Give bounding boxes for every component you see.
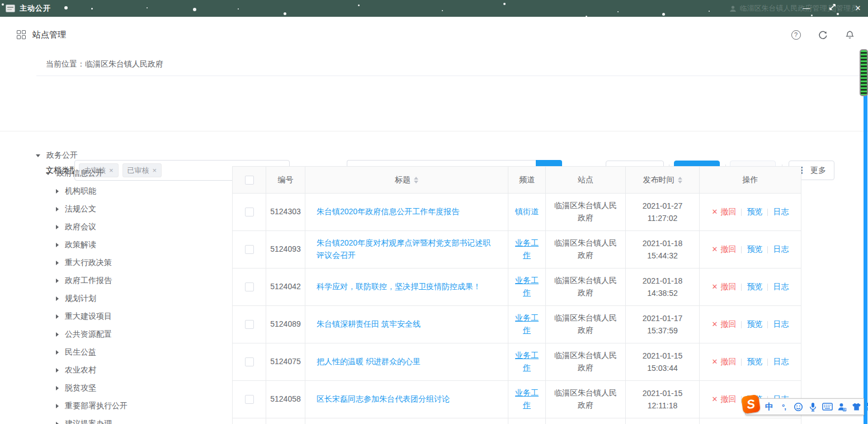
doc-title-link[interactable]: 科学应对，联防联控，坚决捍卫疫情防控成果！ xyxy=(317,281,481,293)
doc-site: 临淄区朱台镇人民政府 xyxy=(546,306,626,343)
collapse-arrow-icon[interactable] xyxy=(46,172,50,175)
ime-chinese-mode-icon[interactable]: 中 xyxy=(764,401,775,413)
expand-arrow-icon[interactable] xyxy=(56,243,59,247)
tree-item[interactable]: 民生公益 xyxy=(35,343,228,361)
expand-arrow-icon[interactable] xyxy=(56,332,59,337)
preview-action[interactable]: 预览 xyxy=(747,243,762,256)
expand-arrow-icon[interactable] xyxy=(56,189,59,194)
tree-item[interactable]: 政府工作报告 xyxy=(35,272,228,290)
ime-voice-icon[interactable] xyxy=(808,401,818,413)
collapse-arrow-icon[interactable] xyxy=(36,154,40,157)
sort-icon[interactable] xyxy=(414,177,418,183)
tree-item[interactable]: 机构职能 xyxy=(35,182,228,200)
doc-channel-link[interactable]: 业务工作 xyxy=(512,387,542,411)
expand-arrow-icon[interactable] xyxy=(56,279,59,283)
ime-toolbox-icon[interactable] xyxy=(866,401,868,413)
close-button[interactable]: ✕ xyxy=(853,0,862,17)
action-divider xyxy=(767,321,768,328)
ime-emoji-icon[interactable] xyxy=(793,401,804,413)
expand-arrow-icon[interactable] xyxy=(56,350,59,355)
ime-account-icon[interactable]: 19 xyxy=(837,401,847,413)
column-header-title[interactable]: 标题 xyxy=(305,167,508,194)
select-all-checkbox[interactable] xyxy=(245,176,254,185)
expand-arrow-icon[interactable] xyxy=(56,207,59,211)
row-checkbox[interactable] xyxy=(245,282,254,291)
doc-title-link[interactable]: 把人性的温暖 织进群众的心里 xyxy=(317,356,421,368)
tree-item[interactable]: 政务公开 xyxy=(35,147,228,164)
tree-item[interactable]: 政策解读 xyxy=(35,236,228,254)
expand-arrow-icon[interactable] xyxy=(56,261,59,265)
doc-title-link[interactable]: 区长宋磊同志参加朱台代表团分组讨论 xyxy=(317,393,450,406)
expand-arrow-icon[interactable] xyxy=(56,368,59,373)
tree-item-label: 重大行政决策 xyxy=(65,258,112,268)
tree-item[interactable]: 重大行政决策 xyxy=(35,254,228,272)
minimize-button[interactable]: — xyxy=(802,0,811,17)
doc-actions: ✕ 撤回 预览 日志 xyxy=(700,306,801,343)
doc-actions: ✕ 撤回 预览 日志 xyxy=(700,194,801,231)
breadcrumb: 当前位置：临淄区朱台镇人民政府 xyxy=(36,53,860,76)
preview-action[interactable]: 预览 xyxy=(747,318,762,331)
log-action[interactable]: 日志 xyxy=(773,318,789,331)
ime-punctuation-icon[interactable]: °, xyxy=(779,401,789,413)
column-header-time[interactable]: 发布时间 xyxy=(626,167,700,194)
tree-item[interactable]: 政府信息公开 xyxy=(35,164,228,182)
revoke-action[interactable]: ✕ 撤回 xyxy=(712,318,737,331)
doc-channel-link[interactable]: 业务工作 xyxy=(512,350,542,374)
refresh-icon[interactable] xyxy=(818,30,828,40)
doc-channel-link[interactable]: 业务工作 xyxy=(512,237,542,261)
tree-item[interactable]: 规划计划 xyxy=(35,290,228,308)
tree-item[interactable]: 脱贫攻坚 xyxy=(35,379,228,397)
log-action[interactable]: 日志 xyxy=(773,356,789,368)
revoke-action[interactable]: ✕ 撤回 xyxy=(712,281,737,293)
expand-arrow-icon[interactable] xyxy=(56,314,59,319)
tree-item[interactable]: 重大建设项目 xyxy=(35,308,228,326)
expand-arrow-icon[interactable] xyxy=(56,404,59,408)
doc-title-link[interactable]: 朱台镇深耕责任田 筑牢安全线 xyxy=(317,318,421,331)
row-checkbox[interactable] xyxy=(245,208,254,216)
doc-channel-link[interactable]: 业务工作 xyxy=(512,312,542,336)
preview-action[interactable]: 预览 xyxy=(747,356,762,368)
doc-channel-link[interactable]: 业务工作 xyxy=(512,275,542,299)
preview-action[interactable]: 预览 xyxy=(747,206,762,218)
doc-channel-link[interactable]: 镇街道 xyxy=(515,206,539,218)
row-checkbox[interactable] xyxy=(245,320,254,329)
help-icon[interactable]: ? xyxy=(791,30,801,40)
row-checkbox[interactable] xyxy=(245,245,254,254)
vertical-scrollbar[interactable] xyxy=(864,50,867,424)
log-action[interactable]: 日志 xyxy=(773,281,789,293)
row-checkbox[interactable] xyxy=(245,395,254,404)
ime-skin-icon[interactable] xyxy=(851,401,862,413)
preview-action[interactable]: 预览 xyxy=(747,281,762,293)
app-header: 站点管理 ? xyxy=(0,17,868,53)
ime-keyboard-icon[interactable] xyxy=(822,401,833,413)
revoke-action[interactable]: ✕ 撤回 xyxy=(712,393,737,406)
expand-arrow-icon[interactable] xyxy=(56,296,59,301)
revoke-action[interactable]: ✕ 撤回 xyxy=(712,206,737,218)
log-action[interactable]: 日志 xyxy=(773,206,789,218)
tree-item[interactable]: 重要部署执行公开 xyxy=(35,397,228,415)
maximize-button[interactable] xyxy=(828,0,837,17)
expand-arrow-icon[interactable] xyxy=(56,386,59,390)
log-action[interactable]: 日志 xyxy=(773,243,789,256)
sogou-logo-icon[interactable]: S xyxy=(741,394,761,414)
tree-item[interactable]: 公共资源配置 xyxy=(35,326,228,343)
expand-arrow-icon[interactable] xyxy=(56,225,59,229)
doc-title-link[interactable]: 朱台镇2020年政府信息公开工作年度报告 xyxy=(317,206,459,218)
resize-icon xyxy=(829,3,836,11)
sort-icon[interactable] xyxy=(678,177,682,183)
table-row: 5124058 区长宋磊同志参加朱台代表团分组讨论 业务工作 临淄区朱台镇人民政… xyxy=(233,381,801,418)
action-divider xyxy=(767,284,768,291)
tree-item[interactable]: 建议提案办理 xyxy=(35,415,228,424)
expand-arrow-icon[interactable] xyxy=(56,422,59,424)
doc-title-link[interactable]: 朱台镇2020年度对村观摩点评暨村党支部书记述职评议会召开 xyxy=(317,237,497,261)
revoke-x-icon: ✕ xyxy=(712,244,718,255)
notifications-bell-icon[interactable] xyxy=(845,30,855,40)
doc-site: 临淄区朱台镇人民政府 xyxy=(546,381,626,418)
revoke-action[interactable]: ✕ 撤回 xyxy=(712,243,737,256)
tree-item[interactable]: 农业农村 xyxy=(35,361,228,379)
tree-item[interactable]: 法规公文 xyxy=(35,200,228,218)
revoke-action[interactable]: ✕ 撤回 xyxy=(712,356,737,368)
doc-actions: ✕ 撤回 预览 日志 xyxy=(700,268,801,306)
row-checkbox[interactable] xyxy=(245,357,254,366)
tree-item[interactable]: 政府会议 xyxy=(35,218,228,236)
